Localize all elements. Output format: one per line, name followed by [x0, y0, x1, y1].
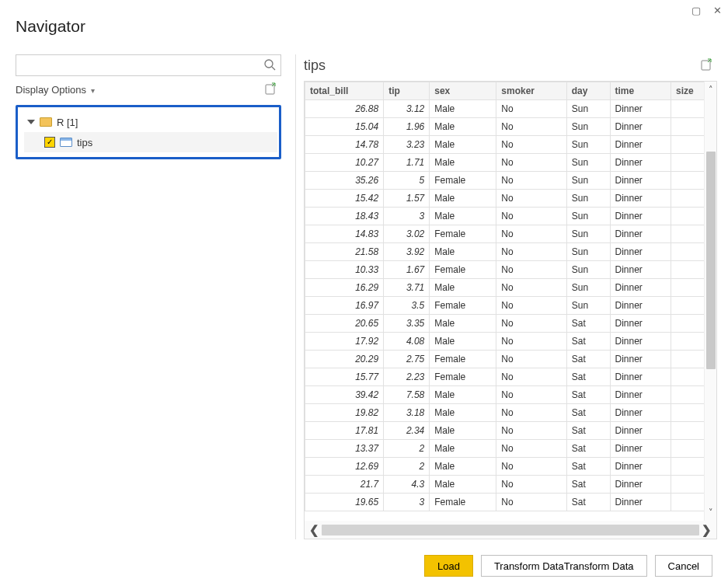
- cell: Dinner: [610, 279, 671, 297]
- cell: 1.67: [384, 261, 430, 279]
- cell: 3.71: [384, 279, 430, 297]
- cell: Sat: [566, 315, 610, 333]
- expand-caret-icon[interactable]: [27, 120, 35, 124]
- cell: No: [496, 279, 566, 297]
- table-row[interactable]: 19.653FemaleNoSatDinner: [305, 494, 716, 511]
- search-icon[interactable]: [263, 58, 276, 73]
- cell: 39.42: [305, 386, 384, 404]
- cell: Dinner: [610, 118, 671, 136]
- table-row[interactable]: 17.924.08MaleNoSatDinner: [305, 333, 716, 351]
- vertical-divider: [295, 54, 296, 539]
- cell: Sun: [566, 261, 610, 279]
- cell: Sun: [566, 136, 610, 154]
- scroll-right-icon[interactable]: ❯: [702, 523, 712, 537]
- cancel-button[interactable]: Cancel: [655, 555, 712, 577]
- cell: 21.58: [305, 243, 384, 261]
- scroll-down-icon[interactable]: ˅: [709, 508, 713, 518]
- scroll-left-icon[interactable]: ❮: [309, 523, 319, 537]
- cell: 26.88: [305, 100, 384, 118]
- cell: Sat: [566, 386, 610, 404]
- cell: No: [496, 386, 566, 404]
- table-row[interactable]: 15.041.96MaleNoSunDinner: [305, 118, 716, 136]
- transform-data-button[interactable]: Transform DataTransform Data: [481, 555, 647, 577]
- cell: 4.3: [384, 476, 430, 494]
- cell: 14.83: [305, 225, 384, 243]
- cell: 3.12: [384, 100, 430, 118]
- refresh-icon[interactable]: [264, 82, 281, 97]
- cell: Sat: [566, 494, 610, 511]
- cell: 15.04: [305, 118, 384, 136]
- column-header[interactable]: time: [610, 82, 671, 100]
- column-header[interactable]: tip: [384, 82, 430, 100]
- cell: 35.26: [305, 172, 384, 190]
- cell: 16.97: [305, 297, 384, 315]
- close-icon[interactable]: ✕: [713, 5, 722, 16]
- page-title: Navigator: [16, 17, 85, 36]
- column-header[interactable]: total_bill: [305, 82, 384, 100]
- maximize-icon[interactable]: ▢: [691, 5, 701, 16]
- cell: 19.82: [305, 404, 384, 422]
- cell: Male: [430, 404, 496, 422]
- cell: 3.92: [384, 243, 430, 261]
- column-header[interactable]: smoker: [496, 82, 566, 100]
- cell: No: [496, 136, 566, 154]
- table-row[interactable]: 16.973.5FemaleNoSunDinner: [305, 297, 716, 315]
- preview-refresh-icon[interactable]: [700, 58, 717, 73]
- table-row[interactable]: 14.833.02FemaleNoSunDinner: [305, 225, 716, 243]
- table-row[interactable]: 18.433MaleNoSunDinner: [305, 208, 716, 225]
- cell: Male: [430, 333, 496, 351]
- cell: Dinner: [610, 261, 671, 279]
- table-row[interactable]: 13.372MaleNoSatDinner: [305, 440, 716, 458]
- cell: Dinner: [610, 368, 671, 386]
- load-button[interactable]: Load: [424, 555, 473, 577]
- tree-folder-r[interactable]: R [1]: [24, 112, 277, 132]
- cell: Sun: [566, 172, 610, 190]
- table-row[interactable]: 19.823.18MaleNoSatDinner: [305, 404, 716, 422]
- cell: Sun: [566, 118, 610, 136]
- folder-icon: [40, 117, 52, 127]
- table-row[interactable]: 20.292.75FemaleNoSatDinner: [305, 351, 716, 368]
- folder-label: R [1]: [57, 117, 78, 128]
- cell: 3: [384, 208, 430, 225]
- cell: 2.23: [384, 368, 430, 386]
- cell: Dinner: [610, 386, 671, 404]
- cell: Male: [430, 279, 496, 297]
- chevron-down-icon: ▾: [91, 86, 95, 95]
- scroll-thumb[interactable]: [706, 152, 716, 369]
- table-row[interactable]: 20.653.35MaleNoSatDinner: [305, 315, 716, 333]
- search-container[interactable]: [16, 54, 281, 76]
- table-row[interactable]: 39.427.58MaleNoSatDinner: [305, 386, 716, 404]
- cell: Dinner: [610, 208, 671, 225]
- table-row[interactable]: 15.772.23FemaleNoSatDinner: [305, 368, 716, 386]
- table-row[interactable]: 10.331.67FemaleNoSunDinner: [305, 261, 716, 279]
- table-row[interactable]: 21.583.92MaleNoSunDinner: [305, 243, 716, 261]
- vertical-scrollbar[interactable]: ˄ ˅: [704, 82, 716, 521]
- tree-item-tips[interactable]: ✓ tips: [24, 132, 277, 152]
- table-row[interactable]: 10.271.71MaleNoSunDinner: [305, 154, 716, 172]
- cell: No: [496, 100, 566, 118]
- table-row[interactable]: 15.421.57MaleNoSunDinner: [305, 190, 716, 208]
- search-input[interactable]: [16, 55, 263, 75]
- cell: Sat: [566, 422, 610, 440]
- cell: No: [496, 225, 566, 243]
- table-row[interactable]: 16.293.71MaleNoSunDinner: [305, 279, 716, 297]
- cell: Sun: [566, 154, 610, 172]
- scroll-up-icon[interactable]: ˄: [709, 85, 713, 95]
- column-header[interactable]: day: [566, 82, 610, 100]
- column-header[interactable]: sex: [430, 82, 496, 100]
- table-row[interactable]: 26.883.12MaleNoSunDinner: [305, 100, 716, 118]
- table-row[interactable]: 12.692MaleNoSatDinner: [305, 458, 716, 476]
- scroll-thumb-horizontal[interactable]: [322, 525, 699, 535]
- display-options-dropdown[interactable]: Display Options ▾: [16, 84, 95, 96]
- table-row[interactable]: 14.783.23MaleNoSunDinner: [305, 136, 716, 154]
- cell: No: [496, 351, 566, 368]
- table-row[interactable]: 21.74.3MaleNoSatDinner: [305, 476, 716, 494]
- checkbox-checked-icon[interactable]: ✓: [44, 137, 55, 148]
- horizontal-scrollbar[interactable]: ❮ ❯: [304, 521, 717, 539]
- table-row[interactable]: 35.265FemaleNoSunDinner: [305, 172, 716, 190]
- cell: Male: [430, 190, 496, 208]
- cell: 5: [384, 172, 430, 190]
- cell: Dinner: [610, 297, 671, 315]
- cell: No: [496, 154, 566, 172]
- table-row[interactable]: 17.812.34MaleNoSatDinner: [305, 422, 716, 440]
